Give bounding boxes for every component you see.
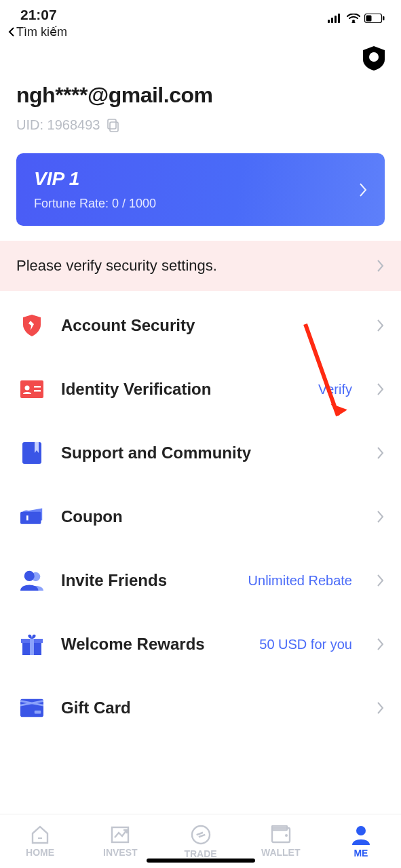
vip-card[interactable]: VIP 1 Fortune Rate: 0 / 1000 [16, 153, 385, 226]
back-to-search[interactable]: Tìm kiếm [0, 23, 401, 39]
chevron-right-icon [377, 510, 385, 524]
person-icon [351, 825, 371, 845]
gift-card-icon [20, 696, 43, 719]
svg-rect-3 [338, 14, 340, 23]
back-caret-icon [8, 27, 15, 37]
menu-label: Account Security [61, 316, 335, 335]
svg-rect-6 [366, 16, 372, 22]
home-icon [30, 825, 50, 844]
tab-label: INVEST [103, 847, 138, 858]
svg-point-4 [352, 20, 355, 22]
menu-label: Welcome Rewards [61, 635, 242, 654]
svg-rect-11 [20, 380, 43, 398]
svg-rect-14 [34, 390, 41, 392]
svg-point-33 [356, 826, 366, 835]
svg-rect-13 [34, 386, 41, 388]
uid-row[interactable]: UID: 1968493 [16, 117, 385, 133]
person-icon [20, 569, 43, 592]
menu-invite-friends[interactable]: Invite Friends Unlimited Rebate [0, 549, 401, 612]
wallet-icon [270, 825, 292, 844]
chevron-right-icon [377, 446, 385, 460]
copy-icon [107, 119, 120, 132]
menu-coupon[interactable]: Coupon [0, 485, 401, 549]
menu-gift-card[interactable]: Gift Card [0, 676, 401, 740]
svg-rect-27 [38, 837, 42, 839]
chevron-right-icon [377, 637, 385, 651]
coupon-icon [20, 505, 43, 528]
status-indicators [328, 14, 385, 23]
menu-right-text: Unlimited Rebate [248, 573, 359, 589]
vip-subtitle: Fortune Rate: 0 / 1000 [34, 197, 156, 211]
tab-home[interactable]: HOME [0, 814, 80, 868]
menu-label: Gift Card [61, 698, 335, 717]
chevron-right-icon [377, 382, 385, 396]
menu-label: Support and Community [61, 443, 335, 462]
svg-rect-22 [30, 639, 34, 655]
tab-label: ME [354, 848, 368, 859]
home-indicator[interactable] [147, 859, 255, 863]
status-bar: 21:07 [0, 0, 401, 23]
menu-right-text: 50 USD for you [259, 637, 359, 652]
user-email: ngh****@gmail.com [16, 83, 385, 108]
menu-account-security[interactable]: Account Security [0, 294, 401, 357]
wifi-icon [347, 14, 360, 23]
tab-me[interactable]: ME [321, 814, 401, 868]
tab-label: HOME [26, 847, 54, 858]
svg-rect-9 [110, 122, 118, 132]
chevron-right-icon [359, 182, 367, 197]
menu-label: Invite Friends [61, 571, 231, 590]
svg-point-19 [24, 571, 35, 581]
svg-rect-17 [26, 515, 28, 520]
svg-rect-7 [383, 16, 385, 20]
shield-icon [20, 314, 43, 337]
menu-identity-verification[interactable]: Identity Verification Verify [0, 357, 401, 421]
cellular-icon [328, 14, 343, 23]
vip-title: VIP 1 [34, 168, 156, 190]
profile-section: ngh****@gmail.com UID: 1968493 [0, 39, 401, 133]
back-label: Tìm kiếm [16, 24, 67, 39]
alert-text: Please verify security settings. [16, 257, 217, 275]
svg-rect-24 [35, 711, 41, 714]
chevron-right-icon [377, 259, 385, 273]
trade-icon [190, 824, 212, 846]
tab-label: TRADE [184, 848, 216, 859]
menu-label: Coupon [61, 507, 335, 526]
scroll-fade [0, 787, 401, 814]
gift-icon [20, 633, 43, 656]
svg-rect-2 [335, 16, 337, 23]
id-card-icon [20, 378, 43, 401]
svg-rect-10 [108, 119, 116, 129]
svg-rect-0 [328, 20, 330, 23]
svg-point-32 [285, 834, 288, 837]
status-time: 21:07 [20, 7, 57, 23]
menu-support-community[interactable]: Support and Community [0, 421, 401, 485]
menu-list: Account Security Identity Verification V… [0, 291, 401, 740]
svg-rect-16 [20, 512, 41, 524]
uid-label: UID: 1968493 [16, 117, 100, 133]
svg-point-12 [25, 386, 30, 391]
chevron-right-icon [377, 701, 385, 715]
tab-label: WALLET [261, 847, 301, 858]
chevron-right-icon [377, 319, 385, 332]
svg-point-29 [192, 826, 210, 844]
menu-label: Identity Verification [61, 380, 301, 399]
invest-icon [110, 825, 130, 844]
menu-right-text: Verify [318, 382, 359, 397]
chevron-right-icon [377, 574, 385, 587]
security-alert-banner[interactable]: Please verify security settings. [0, 241, 401, 291]
battery-icon [364, 14, 385, 23]
menu-welcome-rewards[interactable]: Welcome Rewards 50 USD for you [0, 612, 401, 676]
bookmark-icon [20, 441, 43, 465]
svg-rect-1 [331, 18, 333, 23]
